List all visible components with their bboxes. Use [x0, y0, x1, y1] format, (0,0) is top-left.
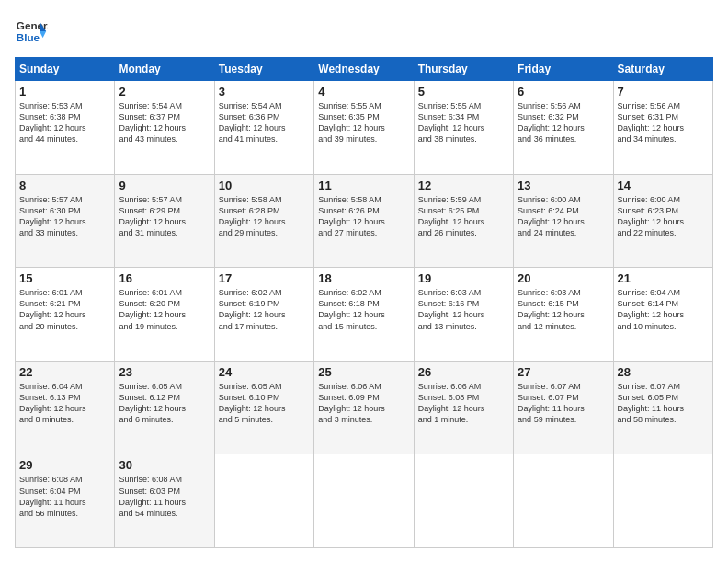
calendar-week-3: 15Sunrise: 6:01 AM Sunset: 6:21 PM Dayli…	[16, 268, 713, 362]
day-number: 8	[19, 178, 110, 192]
day-info: Sunrise: 6:06 AM Sunset: 6:09 PM Dayligh…	[318, 381, 409, 426]
calendar-cell: 28Sunrise: 6:07 AM Sunset: 6:05 PM Dayli…	[613, 361, 712, 454]
day-info: Sunrise: 5:57 AM Sunset: 6:30 PM Dayligh…	[19, 194, 110, 239]
day-info: Sunrise: 6:01 AM Sunset: 6:21 PM Dayligh…	[19, 287, 110, 332]
header: General Blue	[15, 15, 713, 48]
day-number: 28	[618, 365, 709, 379]
day-info: Sunrise: 5:56 AM Sunset: 6:32 PM Dayligh…	[518, 100, 609, 145]
day-header-thursday: Thursday	[414, 58, 513, 81]
day-number: 13	[518, 178, 609, 192]
day-info: Sunrise: 6:05 AM Sunset: 6:10 PM Dayligh…	[219, 381, 310, 426]
day-number: 5	[418, 85, 509, 98]
calendar-cell: 7Sunrise: 5:56 AM Sunset: 6:31 PM Daylig…	[613, 81, 712, 175]
day-info: Sunrise: 5:59 AM Sunset: 6:25 PM Dayligh…	[418, 194, 509, 239]
day-info: Sunrise: 6:08 AM Sunset: 6:04 PM Dayligh…	[19, 474, 110, 519]
day-info: Sunrise: 6:07 AM Sunset: 6:07 PM Dayligh…	[518, 381, 609, 426]
calendar-week-2: 8Sunrise: 5:57 AM Sunset: 6:30 PM Daylig…	[16, 174, 713, 268]
calendar-cell: 29Sunrise: 6:08 AM Sunset: 6:04 PM Dayli…	[16, 454, 115, 548]
calendar-week-1: 1Sunrise: 5:53 AM Sunset: 6:38 PM Daylig…	[16, 81, 713, 175]
calendar-cell: 10Sunrise: 5:58 AM Sunset: 6:28 PM Dayli…	[214, 174, 313, 268]
calendar-cell	[314, 454, 414, 548]
calendar-cell: 5Sunrise: 5:55 AM Sunset: 6:34 PM Daylig…	[414, 81, 513, 175]
day-number: 16	[119, 271, 210, 285]
calendar-table: SundayMondayTuesdayWednesdayThursdayFrid…	[15, 57, 713, 548]
day-number: 29	[19, 458, 110, 472]
calendar-cell	[514, 454, 613, 548]
day-info: Sunrise: 6:06 AM Sunset: 6:08 PM Dayligh…	[418, 381, 509, 426]
day-number: 23	[119, 365, 210, 379]
calendar-cell: 13Sunrise: 6:00 AM Sunset: 6:24 PM Dayli…	[514, 174, 613, 268]
day-number: 14	[618, 178, 709, 192]
calendar-cell: 3Sunrise: 5:54 AM Sunset: 6:36 PM Daylig…	[214, 81, 313, 175]
calendar-cell: 21Sunrise: 6:04 AM Sunset: 6:14 PM Dayli…	[613, 268, 712, 362]
calendar-cell: 2Sunrise: 5:54 AM Sunset: 6:37 PM Daylig…	[115, 81, 214, 175]
day-info: Sunrise: 6:05 AM Sunset: 6:12 PM Dayligh…	[119, 381, 210, 426]
day-header-tuesday: Tuesday	[214, 58, 313, 81]
calendar-cell: 27Sunrise: 6:07 AM Sunset: 6:07 PM Dayli…	[514, 361, 613, 454]
calendar-cell: 25Sunrise: 6:06 AM Sunset: 6:09 PM Dayli…	[314, 361, 414, 454]
calendar-cell	[414, 454, 513, 548]
day-number: 2	[119, 85, 210, 98]
day-info: Sunrise: 5:54 AM Sunset: 6:36 PM Dayligh…	[219, 100, 310, 145]
day-number: 26	[418, 365, 509, 379]
day-info: Sunrise: 5:58 AM Sunset: 6:28 PM Dayligh…	[219, 194, 310, 239]
day-info: Sunrise: 6:03 AM Sunset: 6:15 PM Dayligh…	[518, 287, 609, 332]
day-header-saturday: Saturday	[613, 58, 712, 81]
day-info: Sunrise: 5:58 AM Sunset: 6:26 PM Dayligh…	[318, 194, 409, 239]
day-info: Sunrise: 5:54 AM Sunset: 6:37 PM Dayligh…	[119, 100, 210, 145]
calendar-cell: 24Sunrise: 6:05 AM Sunset: 6:10 PM Dayli…	[214, 361, 313, 454]
day-number: 6	[518, 85, 609, 98]
day-info: Sunrise: 5:55 AM Sunset: 6:35 PM Dayligh…	[318, 100, 409, 145]
calendar-cell: 12Sunrise: 5:59 AM Sunset: 6:25 PM Dayli…	[414, 174, 513, 268]
day-header-friday: Friday	[514, 58, 613, 81]
calendar-cell: 1Sunrise: 5:53 AM Sunset: 6:38 PM Daylig…	[16, 81, 115, 175]
day-info: Sunrise: 6:03 AM Sunset: 6:16 PM Dayligh…	[418, 287, 509, 332]
day-number: 24	[219, 365, 310, 379]
calendar-cell: 11Sunrise: 5:58 AM Sunset: 6:26 PM Dayli…	[314, 174, 414, 268]
day-info: Sunrise: 6:01 AM Sunset: 6:20 PM Dayligh…	[119, 287, 210, 332]
day-header-wednesday: Wednesday	[314, 58, 414, 81]
day-info: Sunrise: 6:00 AM Sunset: 6:23 PM Dayligh…	[618, 194, 709, 239]
calendar-cell: 4Sunrise: 5:55 AM Sunset: 6:35 PM Daylig…	[314, 81, 414, 175]
day-number: 30	[119, 458, 210, 472]
calendar-page: General Blue SundayMondayTuesdayWednesda…	[0, 0, 728, 563]
day-header-sunday: Sunday	[16, 58, 115, 81]
calendar-cell: 22Sunrise: 6:04 AM Sunset: 6:13 PM Dayli…	[16, 361, 115, 454]
svg-text:Blue: Blue	[17, 31, 40, 43]
calendar-week-4: 22Sunrise: 6:04 AM Sunset: 6:13 PM Dayli…	[16, 361, 713, 454]
day-number: 9	[119, 178, 210, 192]
calendar-cell: 18Sunrise: 6:02 AM Sunset: 6:18 PM Dayli…	[314, 268, 414, 362]
logo-icon: General Blue	[15, 15, 48, 48]
day-number: 18	[318, 271, 409, 285]
day-info: Sunrise: 5:53 AM Sunset: 6:38 PM Dayligh…	[19, 100, 110, 145]
calendar-cell: 19Sunrise: 6:03 AM Sunset: 6:16 PM Dayli…	[414, 268, 513, 362]
day-number: 7	[618, 85, 709, 98]
svg-marker-3	[40, 31, 46, 38]
day-number: 17	[219, 271, 310, 285]
day-number: 10	[219, 178, 310, 192]
calendar-cell	[214, 454, 313, 548]
logo: General Blue	[15, 15, 48, 48]
day-number: 4	[318, 85, 409, 98]
calendar-cell: 9Sunrise: 5:57 AM Sunset: 6:29 PM Daylig…	[115, 174, 214, 268]
calendar-cell: 26Sunrise: 6:06 AM Sunset: 6:08 PM Dayli…	[414, 361, 513, 454]
day-number: 20	[518, 271, 609, 285]
day-info: Sunrise: 5:57 AM Sunset: 6:29 PM Dayligh…	[119, 194, 210, 239]
day-number: 21	[618, 271, 709, 285]
day-number: 3	[219, 85, 310, 98]
day-number: 1	[19, 85, 110, 98]
day-number: 22	[19, 365, 110, 379]
day-number: 27	[518, 365, 609, 379]
calendar-cell: 23Sunrise: 6:05 AM Sunset: 6:12 PM Dayli…	[115, 361, 214, 454]
calendar-cell: 16Sunrise: 6:01 AM Sunset: 6:20 PM Dayli…	[115, 268, 214, 362]
day-info: Sunrise: 5:56 AM Sunset: 6:31 PM Dayligh…	[618, 100, 709, 145]
day-info: Sunrise: 6:04 AM Sunset: 6:14 PM Dayligh…	[618, 287, 709, 332]
day-info: Sunrise: 6:02 AM Sunset: 6:19 PM Dayligh…	[219, 287, 310, 332]
day-number: 15	[19, 271, 110, 285]
calendar-cell: 17Sunrise: 6:02 AM Sunset: 6:19 PM Dayli…	[214, 268, 313, 362]
day-header-monday: Monday	[115, 58, 214, 81]
day-info: Sunrise: 6:08 AM Sunset: 6:03 PM Dayligh…	[119, 474, 210, 519]
calendar-cell: 8Sunrise: 5:57 AM Sunset: 6:30 PM Daylig…	[16, 174, 115, 268]
day-info: Sunrise: 6:02 AM Sunset: 6:18 PM Dayligh…	[318, 287, 409, 332]
calendar-cell: 15Sunrise: 6:01 AM Sunset: 6:21 PM Dayli…	[16, 268, 115, 362]
